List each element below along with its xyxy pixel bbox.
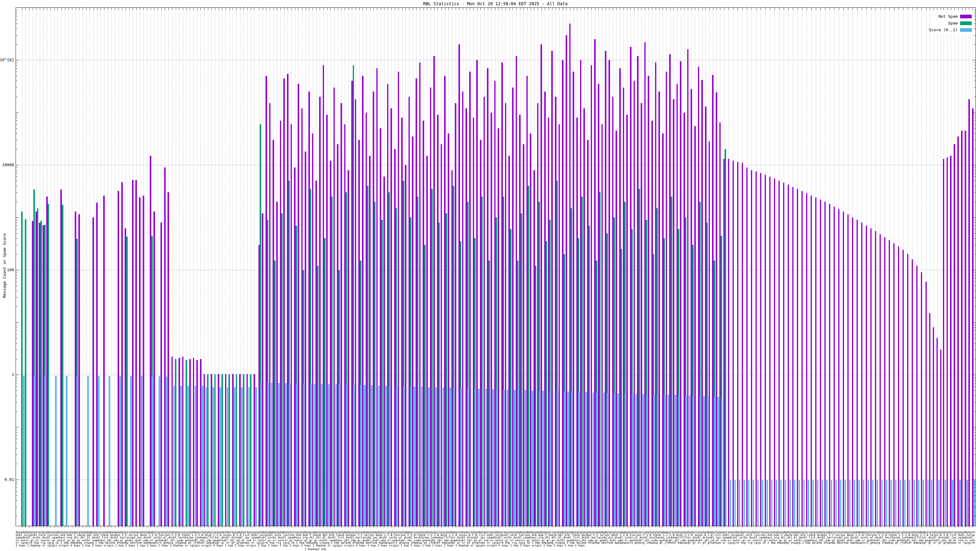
x-tick-top — [947, 8, 948, 10]
x-tick-bottom — [702, 526, 703, 527]
x-tick-top — [793, 8, 793, 10]
x-tick-bottom — [25, 526, 26, 527]
x-tick-top — [86, 8, 87, 10]
bar-notspam — [733, 161, 734, 526]
x-tick-top — [236, 8, 237, 10]
bar-score — [542, 391, 544, 526]
x-tick-bottom — [912, 526, 913, 527]
x-tick-top — [288, 8, 288, 10]
y-tick-minor — [974, 29, 975, 29]
x-tick-bottom — [313, 526, 313, 527]
y-tick-minor — [974, 140, 975, 140]
x-tick-bottom — [111, 526, 111, 527]
y-tick-minor — [16, 124, 17, 125]
bar-score — [646, 395, 648, 526]
x-tick-bottom — [251, 526, 251, 527]
bar-score — [785, 480, 786, 526]
bar-notspam — [965, 131, 966, 526]
x-tick-top — [423, 8, 424, 10]
x-tick-top — [729, 8, 729, 10]
bar-notspam — [92, 218, 94, 526]
bar-score — [734, 480, 736, 526]
x-tick-top — [190, 8, 190, 10]
x-tick-bottom — [161, 526, 162, 527]
bar-notspam — [765, 175, 766, 526]
bar-score — [525, 390, 526, 526]
x-tick-bottom — [779, 526, 780, 527]
x-tick-top — [211, 8, 212, 10]
bar-notspam — [505, 103, 506, 526]
x-tick-bottom — [416, 526, 417, 527]
x-tick-bottom — [857, 526, 858, 527]
x-tick-bottom — [47, 526, 47, 527]
x-tick-bottom — [126, 526, 126, 527]
legend-entry: Not Spam — [931, 14, 974, 19]
x-tick-top — [652, 8, 652, 10]
y-tick-minor — [974, 402, 975, 403]
bar-score — [632, 393, 633, 526]
bar-score — [550, 391, 551, 526]
x-tick-top — [47, 8, 47, 10]
x-tick-bottom — [211, 526, 212, 527]
bar-notspam — [584, 108, 585, 526]
x-tick-bottom — [108, 526, 108, 527]
x-tick-bottom — [377, 526, 377, 527]
x-tick-top — [338, 8, 338, 10]
bar-score — [421, 387, 423, 526]
bar-notspam — [232, 374, 234, 526]
x-tick-bottom — [22, 526, 22, 527]
x-tick-bottom — [298, 526, 299, 527]
bar-score — [945, 480, 946, 526]
x-tick-bottom — [908, 526, 908, 527]
x-tick-top — [673, 8, 674, 10]
bar-spam — [236, 375, 237, 526]
bar-notspam — [262, 213, 263, 526]
bar-notspam — [225, 374, 227, 526]
x-tick-bottom — [456, 526, 456, 527]
bar-score — [739, 480, 740, 526]
x-tick-top — [115, 8, 115, 10]
x-tick-top — [33, 8, 33, 10]
bar-notspam — [902, 250, 904, 526]
bar-score — [303, 384, 305, 526]
x-tick-bottom — [955, 526, 955, 527]
bar-score — [371, 385, 372, 526]
x-tick-bottom — [254, 526, 255, 527]
bar-score — [872, 480, 874, 526]
x-tick-top — [466, 8, 467, 10]
x-tick-top — [36, 8, 37, 10]
x-tick-top — [302, 8, 302, 10]
bar-notspam — [326, 115, 328, 526]
x-tick-top — [438, 8, 438, 10]
y-tick-minor — [974, 454, 975, 455]
bar-spam — [581, 197, 583, 526]
bar-score — [285, 383, 286, 526]
x-tick-bottom — [638, 526, 638, 527]
x-tick-top — [779, 8, 780, 10]
bar-notspam — [838, 209, 840, 526]
x-gridline — [86, 8, 87, 526]
bar-notspam — [164, 167, 166, 526]
bar-score — [895, 480, 897, 526]
x-tick-top — [495, 8, 495, 10]
bar-notspam — [143, 195, 144, 526]
y-tick-minor — [974, 278, 975, 278]
x-tick-bottom — [215, 526, 215, 527]
x-tick-bottom — [305, 526, 306, 527]
y-tick-label: 1 — [0, 373, 14, 376]
x-tick-bottom — [574, 526, 574, 527]
bar-notspam — [283, 78, 285, 526]
x-tick-bottom — [270, 526, 270, 527]
bar-score — [467, 389, 469, 526]
x-tick-bottom — [115, 526, 115, 527]
x-tick-bottom — [33, 526, 33, 527]
bar-score — [877, 480, 878, 526]
y-tick-major — [16, 427, 19, 427]
x-tick-top — [706, 8, 706, 10]
bar-notspam — [211, 374, 212, 526]
x-tick-bottom — [630, 526, 631, 527]
x-tick-top — [908, 8, 908, 10]
bar-score — [664, 395, 665, 526]
x-tick-top — [254, 8, 255, 10]
y-tick-minor — [974, 343, 975, 343]
